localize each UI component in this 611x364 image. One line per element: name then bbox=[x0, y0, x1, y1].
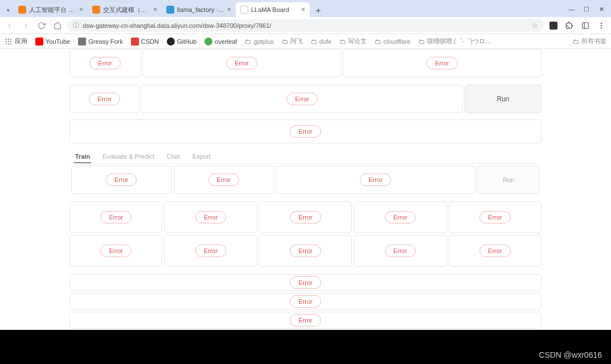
extension-icon[interactable] bbox=[547, 19, 560, 32]
bookmark-item[interactable]: Greasy Fork bbox=[78, 38, 123, 46]
svg-point-7 bbox=[10, 38, 11, 39]
browser-tab-active[interactable]: LLaMA Board × bbox=[236, 2, 310, 17]
bookmark-folder[interactable]: 🗀写论文 bbox=[339, 37, 367, 46]
tab-train[interactable]: Train bbox=[74, 151, 91, 163]
panel: Error bbox=[142, 49, 341, 77]
close-icon[interactable]: × bbox=[153, 6, 157, 14]
svg-point-6 bbox=[8, 38, 9, 39]
error-badge: Error bbox=[427, 57, 457, 69]
browser-tab[interactable]: 交互式建模（DSW） × bbox=[88, 2, 162, 17]
panel: Error bbox=[69, 201, 162, 233]
close-icon[interactable]: × bbox=[301, 6, 305, 14]
panel: Error bbox=[164, 235, 257, 267]
folder-icon: 🗀 bbox=[245, 38, 251, 45]
error-badge: Error bbox=[106, 173, 137, 186]
tab-title: 交互式建模（DSW） bbox=[103, 6, 150, 14]
menu-icon[interactable] bbox=[595, 19, 608, 32]
panel: Error bbox=[174, 166, 274, 194]
extensions-puzzle-icon[interactable] bbox=[563, 19, 576, 32]
maximize-button[interactable]: ☐ bbox=[579, 1, 594, 17]
error-badge: Error bbox=[385, 211, 416, 224]
folder-icon: 🗀 bbox=[573, 38, 579, 45]
watermark: CSDN @wxr0616 bbox=[539, 350, 602, 359]
back-button[interactable] bbox=[3, 19, 16, 32]
window-controls: — ☐ ✕ bbox=[564, 1, 609, 17]
panel: Error bbox=[259, 201, 352, 233]
panel: Error bbox=[343, 49, 542, 77]
svg-point-12 bbox=[8, 43, 9, 44]
close-window-button[interactable]: ✕ bbox=[594, 1, 609, 17]
panel: Error bbox=[69, 274, 542, 291]
bookmark-all-folder[interactable]: 🗀所有书签 bbox=[573, 37, 606, 46]
run-button[interactable]: Run bbox=[465, 85, 542, 113]
forward-button[interactable] bbox=[19, 19, 32, 32]
overleaf-icon bbox=[204, 38, 212, 46]
svg-point-11 bbox=[6, 43, 7, 44]
bookmark-folder[interactable]: 🗀阿飞 bbox=[282, 37, 303, 46]
browser-tab[interactable]: 人工智能平台 PAI_机器学习… × bbox=[14, 2, 88, 17]
bookmark-item[interactable]: CSDN bbox=[131, 38, 159, 46]
panel: Error bbox=[69, 235, 162, 267]
bookmark-folder[interactable]: 🗀咳哩咳哩 (゜-゜)つロ… bbox=[419, 37, 491, 46]
panel: Error bbox=[141, 85, 463, 113]
tab-favicon bbox=[240, 6, 248, 14]
url-field[interactable]: ⓘ dsw-gateway-cn-shanghai.data.aliyun.co… bbox=[67, 19, 544, 32]
site-info-icon[interactable]: ⓘ bbox=[73, 21, 79, 30]
error-badge: Error bbox=[286, 93, 317, 105]
svg-point-5 bbox=[6, 38, 7, 39]
panel: Error bbox=[276, 166, 475, 194]
folder-icon: 🗀 bbox=[311, 38, 317, 45]
close-icon[interactable]: × bbox=[79, 6, 83, 14]
tab-evaluate[interactable]: Evaluate & Predict bbox=[101, 151, 155, 163]
page-content: Error Error Error Error Error Run Error … bbox=[0, 49, 611, 330]
browser-tab-strip: ▾ 人工智能平台 PAI_机器学习… × 交互式建模（DSW） × llama_… bbox=[0, 0, 611, 17]
bookmark-label: 所有书签 bbox=[581, 37, 606, 46]
panel: Error bbox=[259, 235, 352, 267]
svg-point-2 bbox=[601, 22, 602, 23]
svg-point-3 bbox=[601, 24, 602, 26]
bookmarks-bar: 应用 YouTube Greasy Fork CSDN GitHub overl… bbox=[0, 34, 611, 49]
bookmark-folder[interactable]: 🗀dufe bbox=[311, 38, 331, 45]
bookmark-item[interactable]: YouTube bbox=[35, 38, 70, 46]
new-tab-button[interactable]: + bbox=[312, 5, 325, 17]
panel: Error bbox=[449, 235, 542, 267]
bookmark-item[interactable]: overleaf bbox=[204, 38, 237, 46]
bookmark-apps[interactable]: 应用 bbox=[5, 37, 27, 46]
star-icon[interactable]: ☆ bbox=[532, 22, 538, 30]
bookmark-item[interactable]: GitHub bbox=[167, 38, 196, 46]
folder-icon: 🗀 bbox=[419, 38, 425, 45]
error-badge: Error bbox=[290, 314, 321, 326]
svg-point-10 bbox=[10, 40, 11, 42]
tab-favicon bbox=[92, 6, 100, 14]
bookmark-folder[interactable]: 🗀gptplus bbox=[245, 38, 273, 45]
panel: Error bbox=[69, 85, 140, 113]
error-badge: Error bbox=[479, 245, 510, 257]
panel: Error bbox=[449, 201, 542, 233]
sidebar-icon[interactable] bbox=[579, 19, 592, 32]
svg-point-13 bbox=[10, 43, 11, 44]
panel: Error bbox=[69, 49, 141, 77]
tab-export[interactable]: Export bbox=[191, 151, 212, 163]
close-icon[interactable]: × bbox=[227, 6, 231, 14]
error-badge: Error bbox=[479, 211, 510, 224]
tab-favicon bbox=[166, 6, 174, 14]
svg-point-4 bbox=[601, 27, 602, 28]
error-badge: Error bbox=[100, 211, 131, 224]
folder-icon: 🗀 bbox=[375, 38, 381, 45]
youtube-icon bbox=[35, 38, 43, 46]
svg-point-8 bbox=[6, 40, 7, 42]
tab-title: LLaMA Board bbox=[251, 6, 298, 13]
minimize-button[interactable]: — bbox=[564, 1, 579, 17]
run-button-secondary[interactable]: Run bbox=[477, 166, 540, 194]
error-badge: Error bbox=[195, 211, 226, 224]
browser-tab[interactable]: llama_factory · DSW × bbox=[162, 2, 236, 17]
svg-point-9 bbox=[8, 40, 9, 42]
tab-chat[interactable]: Chat bbox=[166, 151, 181, 163]
bookmark-folder[interactable]: 🗀cloudflare bbox=[375, 38, 411, 45]
tabs-dropdown-button[interactable]: ▾ bbox=[2, 3, 14, 17]
reload-button[interactable] bbox=[35, 19, 48, 32]
home-button[interactable] bbox=[51, 19, 64, 32]
error-badge: Error bbox=[226, 57, 257, 69]
folder-icon: 🗀 bbox=[282, 38, 288, 45]
tab-title: 人工智能平台 PAI_机器学习… bbox=[29, 6, 76, 14]
